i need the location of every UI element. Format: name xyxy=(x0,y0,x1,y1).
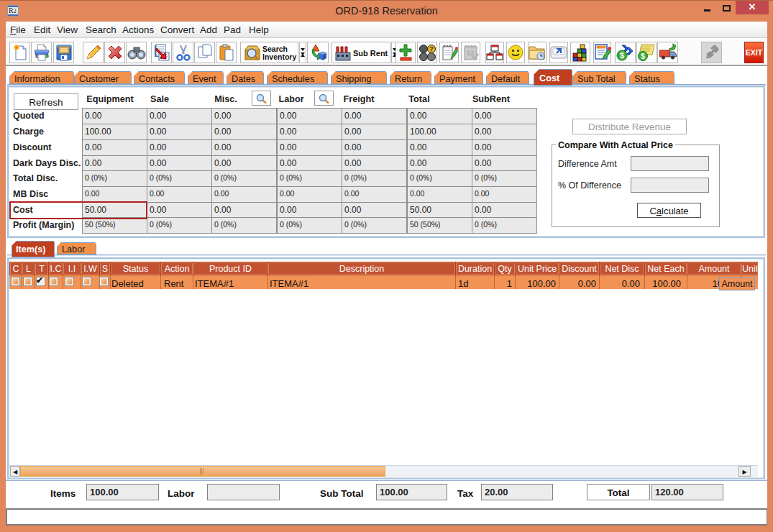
svg-text:12: 12 xyxy=(466,50,473,57)
svg-text:$: $ xyxy=(619,51,623,60)
svg-text:$: $ xyxy=(641,52,645,60)
svg-text:?: ? xyxy=(429,45,434,52)
